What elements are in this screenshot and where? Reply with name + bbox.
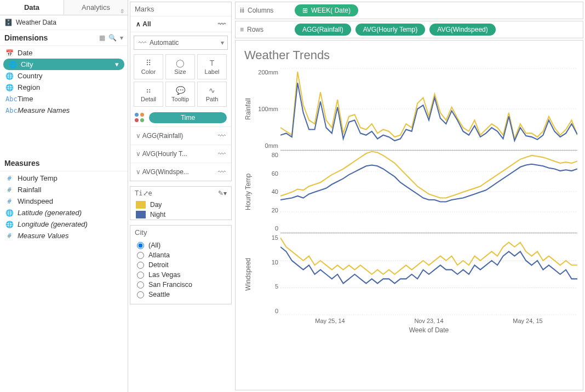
search-icon[interactable]: 🔍 bbox=[108, 34, 117, 42]
viz-title[interactable]: Weather Trends bbox=[244, 48, 577, 62]
columns-icon: iii bbox=[240, 7, 244, 14]
legend-swatch bbox=[136, 211, 146, 218]
field-city[interactable]: 🌐City▾ bbox=[3, 59, 124, 70]
y-axis-ticks: 151050 bbox=[255, 233, 280, 315]
legend-item-day[interactable]: Day bbox=[130, 200, 231, 210]
mark-path-button[interactable]: ∿Path bbox=[197, 82, 227, 107]
city-label: San Francisco bbox=[148, 281, 192, 289]
legend-label: Day bbox=[150, 201, 162, 209]
city-radio[interactable] bbox=[137, 252, 144, 259]
mark-type-dropdown[interactable]: Automatic bbox=[134, 36, 228, 50]
mark-type-label: Automatic bbox=[150, 39, 179, 47]
plus-icon: ⊞ bbox=[302, 7, 308, 14]
y-axis-ticks: 200mm100mm0mm bbox=[255, 68, 280, 150]
row-pill[interactable]: AVG(Windspeed) bbox=[429, 24, 495, 36]
field-longitude-generated-[interactable]: 🌐Longitude (generated) bbox=[0, 218, 128, 230]
legend-item-night[interactable]: Night bbox=[130, 210, 231, 220]
city-option-detroit[interactable]: Detroit bbox=[130, 260, 231, 270]
field-type-icon: 📅 bbox=[5, 49, 13, 57]
field-measure-values[interactable]: #Measure Values bbox=[0, 230, 128, 241]
view-icon[interactable]: ▦ bbox=[99, 34, 105, 42]
mark-color-button[interactable]: ⠿Color bbox=[134, 54, 163, 79]
column-pill[interactable]: ⊞WEEK( Date) bbox=[295, 4, 358, 16]
city-filter-card: City (All)AtlantaDetroitLas VegasSan Fra… bbox=[130, 225, 232, 304]
chart-rainfall: Rainfall200mm100mm0mm bbox=[241, 68, 577, 150]
field-type-icon: 🌐 bbox=[5, 72, 13, 80]
series-day[interactable] bbox=[280, 152, 577, 198]
columns-label: Columns bbox=[248, 7, 273, 14]
field-rainfall[interactable]: #Rainfall bbox=[0, 184, 128, 195]
row-pill[interactable]: AGG(Rainfall) bbox=[295, 24, 351, 36]
tab-analytics[interactable]: Analytics bbox=[64, 0, 128, 15]
city-filter-title: City bbox=[130, 226, 231, 239]
mark-tooltip-button[interactable]: 💬Tooltip bbox=[165, 82, 195, 107]
marks-all-row[interactable]: ∧ All bbox=[130, 16, 231, 32]
field-label: City bbox=[21, 60, 33, 68]
field-windspeed[interactable]: #Windspeed bbox=[0, 195, 128, 207]
tab-data[interactable]: Data bbox=[0, 0, 64, 15]
field-latitude-generated-[interactable]: 🌐Latitude (generated) bbox=[0, 207, 128, 218]
plot-area[interactable] bbox=[280, 68, 577, 150]
city-option-las-vegas[interactable]: Las Vegas bbox=[130, 270, 231, 280]
color-pill[interactable]: Time bbox=[149, 112, 227, 123]
city-radio[interactable] bbox=[137, 262, 144, 269]
marks-sub-avg-windspe-[interactable]: ∨ AVG(Windspe... bbox=[130, 163, 231, 181]
city-label: Detroit bbox=[148, 261, 169, 269]
field-country[interactable]: 🌐Country bbox=[0, 70, 128, 82]
marks-sub-agg-rainfall-[interactable]: ∨ AGG(Rainfall) bbox=[130, 126, 231, 145]
field-label: Rainfall bbox=[18, 186, 41, 194]
field-label: Date bbox=[18, 49, 32, 57]
chart-hourly-temp: Hourly Temp806040200 bbox=[241, 151, 577, 233]
datasource-row[interactable]: 🗄️ Weather Data bbox=[0, 15, 128, 30]
city-option-san-francisco[interactable]: San Francisco bbox=[130, 280, 231, 290]
city-label: Atlanta bbox=[148, 251, 170, 259]
color-pill-row[interactable]: Time bbox=[130, 109, 231, 126]
city-option-atlanta[interactable]: Atlanta bbox=[130, 250, 231, 260]
field-hourly-temp[interactable]: #Hourly Temp bbox=[0, 172, 128, 184]
field-type-icon: # bbox=[5, 232, 13, 240]
field-label: Longitude (generated) bbox=[18, 220, 88, 228]
mark-label-button[interactable]: TLabel bbox=[197, 54, 227, 79]
legend-title: Ti⤢e bbox=[135, 189, 152, 197]
field-type-icon: # bbox=[5, 186, 13, 194]
mark-size-button[interactable]: ◯Size bbox=[165, 54, 195, 79]
line-icon bbox=[218, 168, 226, 176]
dimensions-title: Dimensions bbox=[4, 33, 48, 42]
field-measure-names[interactable]: AbcMeasure Names bbox=[0, 105, 128, 116]
city-radio[interactable] bbox=[137, 281, 144, 289]
series-night[interactable] bbox=[280, 83, 577, 141]
field-time[interactable]: AbcTime bbox=[0, 93, 128, 105]
rows-label: Rows bbox=[247, 26, 263, 33]
datasource-icon: 🗄️ bbox=[4, 19, 13, 26]
x-axis-label: Week of Date bbox=[280, 324, 577, 334]
field-label: Time bbox=[18, 95, 33, 103]
city-radio[interactable] bbox=[137, 272, 144, 279]
line-type-icon bbox=[139, 38, 146, 47]
series-day[interactable] bbox=[280, 72, 577, 139]
plot-area[interactable] bbox=[280, 233, 577, 315]
legend-highlight-icon[interactable]: ✎▾ bbox=[218, 189, 227, 197]
rows-shelf[interactable]: ≡Rows AGG(Rainfall)AVG(Hourly Temp)AVG(W… bbox=[235, 21, 583, 38]
line-icon bbox=[218, 20, 226, 28]
marks-sub-avg-hourly-t-[interactable]: ∨ AVG(Hourly T... bbox=[130, 145, 231, 163]
field-label: Region bbox=[18, 83, 40, 91]
y-axis-ticks: 806040200 bbox=[255, 151, 280, 233]
field-date[interactable]: 📅Date bbox=[0, 47, 128, 59]
field-dropdown-icon[interactable]: ▾ bbox=[115, 60, 119, 68]
rows-icon: ≡ bbox=[240, 26, 244, 33]
columns-shelf[interactable]: iiiColumns ⊞WEEK( Date) bbox=[235, 2, 583, 19]
plot-area[interactable] bbox=[280, 151, 577, 233]
city-option--all-[interactable]: (All) bbox=[130, 240, 231, 250]
legend-label: Night bbox=[150, 211, 165, 218]
city-radio[interactable] bbox=[137, 291, 144, 298]
marks-card: Marks ∧ All Automatic ⠿Color ◯Size TLabe… bbox=[130, 2, 232, 181]
datasource-name: Weather Data bbox=[16, 19, 56, 26]
city-option-seattle[interactable]: Seattle bbox=[130, 290, 231, 299]
menu-icon[interactable]: ▾ bbox=[120, 34, 123, 42]
field-region[interactable]: 🌐Region bbox=[0, 82, 128, 93]
series-day[interactable] bbox=[280, 238, 577, 274]
series-night[interactable] bbox=[280, 164, 577, 202]
city-radio[interactable] bbox=[137, 242, 144, 249]
row-pill[interactable]: AVG(Hourly Temp) bbox=[355, 24, 426, 36]
mark-detail-button[interactable]: ⠶Detail bbox=[134, 82, 163, 107]
